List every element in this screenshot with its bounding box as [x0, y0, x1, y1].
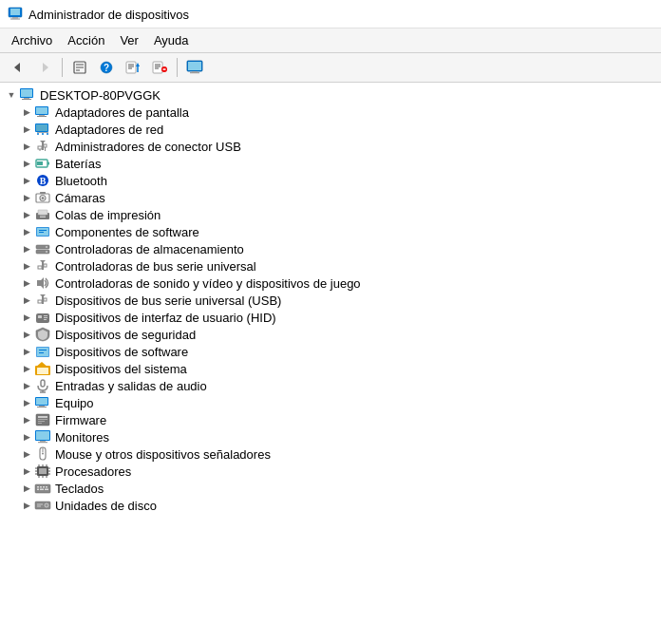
- menu-ayuda[interactable]: Ayuda: [146, 30, 197, 50]
- tree-item-hid[interactable]: Dispositivos de interfaz de usuario (HID…: [0, 309, 661, 326]
- tree-item-bluetooth[interactable]: B Bluetooth: [0, 172, 661, 189]
- chevron-disp-usb: [19, 293, 34, 308]
- tree-item-colas-impresion[interactable]: Colas de impresión: [0, 206, 661, 223]
- help-button[interactable]: ?: [94, 56, 119, 79]
- svg-rect-79: [38, 315, 42, 318]
- svg-rect-1: [10, 9, 20, 15]
- svg-point-107: [42, 453, 44, 455]
- chevron-root: [4, 87, 19, 103]
- icon-teclados: [34, 481, 51, 496]
- svg-rect-35: [37, 116, 47, 117]
- tree-item-adaptadores-pantalla[interactable]: Adaptadores de pantalla: [0, 104, 661, 121]
- icon-seguridad: [34, 327, 51, 342]
- icon-bluetooth: B: [34, 173, 51, 188]
- update-button[interactable]: [121, 56, 145, 79]
- svg-rect-31: [22, 99, 31, 100]
- svg-rect-128: [40, 489, 44, 491]
- svg-rect-30: [24, 98, 29, 99]
- toolbar-sep-1: [62, 58, 63, 77]
- label-monitores: Monitores: [55, 430, 109, 445]
- icon-unidades-disco: [34, 498, 51, 513]
- menu-accion[interactable]: Acción: [60, 30, 112, 50]
- label-procesadores: Procesadores: [55, 464, 131, 479]
- chevron-unidades-disco: [19, 498, 34, 513]
- back-button[interactable]: [6, 56, 30, 79]
- menu-bar: Archivo Acción Ver Ayuda: [0, 28, 661, 53]
- chevron-ctrl-almacenamiento: [19, 241, 34, 256]
- svg-text:?: ?: [104, 63, 109, 73]
- svg-rect-90: [41, 380, 45, 387]
- svg-rect-124: [40, 486, 42, 488]
- title-bar-text: Administrador de dispositivos: [28, 8, 189, 22]
- svg-rect-96: [37, 407, 47, 407]
- label-teclados: Teclados: [55, 482, 104, 496]
- svg-rect-80: [44, 315, 47, 316]
- svg-rect-45: [44, 144, 47, 147]
- tree-item-componentes-software[interactable]: Componentes de software: [0, 223, 661, 240]
- tree-root-node[interactable]: DESKTOP-80PVGGK: [0, 86, 661, 104]
- svg-rect-3: [10, 19, 20, 20]
- svg-rect-37: [36, 124, 47, 131]
- tree-item-mouse[interactable]: Mouse y otros dispositivos señaladores: [0, 445, 661, 463]
- chevron-bluetooth: [19, 173, 34, 188]
- icon-baterias: [34, 156, 51, 171]
- monitor-button[interactable]: [182, 56, 207, 79]
- icon-firmware: [34, 412, 51, 427]
- chevron-baterias: [19, 156, 34, 171]
- icon-disp-sistema: [34, 361, 51, 376]
- svg-rect-12: [126, 62, 136, 73]
- label-audio: Entradas y salidas de audio: [55, 379, 207, 393]
- svg-rect-33: [36, 107, 47, 114]
- tree-item-camaras[interactable]: Cámaras: [0, 189, 661, 206]
- chevron-ctrl-bus-serie: [19, 258, 34, 274]
- icon-usb-connector: [34, 139, 51, 154]
- icon-ctrl-almacenamiento: [34, 241, 51, 256]
- svg-rect-72: [44, 264, 47, 267]
- svg-point-68: [46, 251, 47, 253]
- tree-item-baterias[interactable]: Baterías: [0, 155, 661, 172]
- svg-marker-5: [43, 63, 48, 72]
- title-bar: Administrador de dispositivos: [0, 0, 661, 28]
- svg-rect-82: [44, 319, 47, 320]
- svg-point-55: [42, 197, 45, 199]
- root-label: DESKTOP-80PVGGK: [40, 88, 161, 103]
- svg-rect-2: [12, 17, 18, 19]
- svg-marker-70: [40, 260, 46, 263]
- tree-item-seguridad[interactable]: Dispositivos de seguridad: [0, 326, 661, 343]
- tree-item-equipo[interactable]: Equipo: [0, 394, 661, 411]
- svg-rect-95: [39, 406, 45, 407]
- uninstall-button[interactable]: [147, 56, 172, 79]
- icon-monitores: [34, 429, 51, 445]
- label-colas-impresion: Colas de impresión: [55, 208, 161, 222]
- svg-point-41: [47, 133, 48, 135]
- forward-button[interactable]: [32, 56, 57, 79]
- computer-icon: [19, 87, 36, 103]
- chevron-monitores: [19, 429, 34, 445]
- svg-marker-73: [37, 277, 44, 289]
- tree-item-disp-usb[interactable]: Dispositivos de bus serie universal (USB…: [0, 292, 661, 309]
- tree-item-monitores[interactable]: Monitores: [0, 428, 661, 445]
- tree-item-procesadores[interactable]: Procesadores: [0, 463, 661, 480]
- properties-button[interactable]: [67, 56, 92, 79]
- chevron-equipo: [19, 395, 34, 410]
- menu-archivo[interactable]: Archivo: [4, 30, 60, 50]
- menu-ver[interactable]: Ver: [112, 30, 146, 50]
- label-firmware: Firmware: [55, 413, 106, 427]
- label-unidades-disco: Unidades de disco: [55, 499, 157, 513]
- tree-item-audio[interactable]: Entradas y salidas de audio: [0, 377, 661, 394]
- chevron-hid: [19, 310, 34, 325]
- tree-item-usb-connector[interactable]: Administradores de conector USB: [0, 138, 661, 155]
- tree-item-ctrl-almacenamiento[interactable]: Controladoras de almacenamiento: [0, 240, 661, 257]
- tree-item-teclados[interactable]: Teclados: [0, 480, 661, 497]
- tree-item-firmware[interactable]: Firmware: [0, 411, 661, 428]
- device-tree: DESKTOP-80PVGGK Adaptadores de pantalla: [0, 83, 661, 641]
- tree-item-disp-software[interactable]: Dispositivos de software: [0, 343, 661, 360]
- tree-item-disp-sistema[interactable]: Dispositivos del sistema: [0, 360, 661, 377]
- tree-item-ctrl-bus-serie[interactable]: Controladoras de bus serie universal: [0, 257, 661, 275]
- icon-mouse: [34, 446, 51, 462]
- tree-item-ctrl-sonido[interactable]: Controladoras de sonido y vídeo y dispos…: [0, 275, 661, 292]
- tree-item-unidades-disco[interactable]: Unidades de disco: [0, 497, 661, 514]
- label-componentes-software: Componentes de software: [55, 225, 199, 239]
- label-camaras: Cámaras: [55, 191, 105, 205]
- tree-item-adaptadores-red[interactable]: Adaptadores de red: [0, 121, 661, 138]
